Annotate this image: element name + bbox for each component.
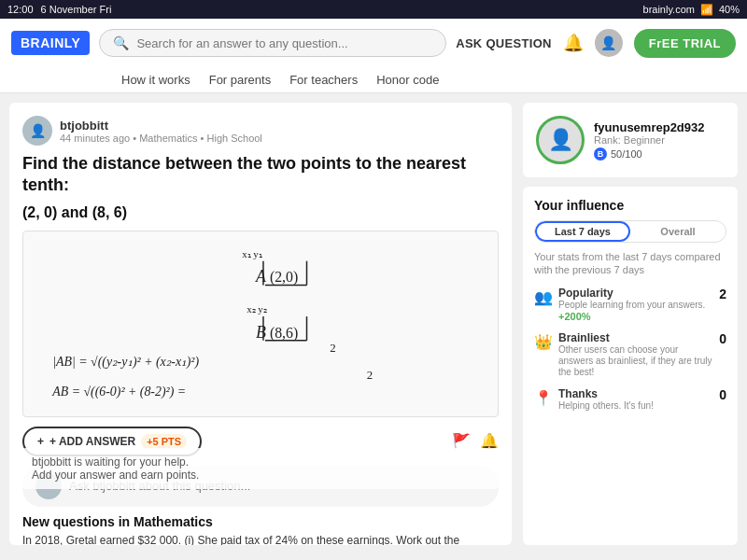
nav-for-parents[interactable]: For parents xyxy=(209,73,271,87)
svg-text:2: 2 xyxy=(330,341,335,354)
influence-tabs: Last 7 days Overall xyxy=(534,220,726,243)
stat-popularity: 👥 Popularity People learning from your a… xyxy=(534,287,726,322)
thanks-label: Thanks xyxy=(558,387,654,400)
svg-text:2: 2 xyxy=(367,369,373,382)
status-time: 12:00 xyxy=(7,4,34,15)
influence-title: Your influence xyxy=(534,198,726,213)
popularity-label: Popularity xyxy=(558,287,705,300)
popularity-icon: 👥 xyxy=(534,288,553,306)
stat-brainliest: 👑 Brainliest Other users can choose your… xyxy=(534,331,726,378)
overlay-waiting: btjobbitt is waiting for your help. xyxy=(32,455,489,469)
status-bar: 12:00 6 November Fri brainly.com 📶 40% xyxy=(0,0,747,19)
search-input[interactable] xyxy=(136,36,432,50)
profile-card: 👤 fyunusemrep2d932 Rank: Beginner B 50/1… xyxy=(523,103,738,177)
thanks-sub: Helping others. It's fun! xyxy=(558,400,654,412)
profile-username: fyunusemrep2d932 xyxy=(594,120,705,134)
pts-badge: +5 PTS xyxy=(141,434,187,449)
new-questions-text: In 2018, Gretal earned $32 000. (i) She … xyxy=(22,533,499,545)
question-panel: 👤 btjobbitt 44 minutes ago • Mathematics… xyxy=(9,103,512,545)
nav-for-teachers[interactable]: For teachers xyxy=(289,73,358,87)
question-username: btjobbitt xyxy=(60,119,262,133)
profile-info: fyunusemrep2d932 Rank: Beginner B 50/100 xyxy=(594,120,705,161)
brainliest-info: Brainliest Other users can choose your a… xyxy=(558,331,713,378)
question-title: Find the distance between the two points… xyxy=(22,153,499,197)
profile-rank: Rank: Beginner xyxy=(594,134,705,146)
influence-description: Your stats from the last 7 days compared… xyxy=(534,250,726,277)
status-date: 6 November Fri xyxy=(41,4,112,15)
overlay-earn: Add your answer and earn points. xyxy=(32,469,489,482)
user-info: btjobbitt 44 minutes ago • Mathematics •… xyxy=(60,119,262,144)
question-header: 👤 btjobbitt 44 minutes ago • Mathematics… xyxy=(22,116,499,146)
search-icon: 🔍 xyxy=(113,35,129,50)
xp-badge-icon: B xyxy=(594,147,607,161)
svg-text:x₂ y₂: x₂ y₂ xyxy=(247,303,267,315)
popularity-value: 2 xyxy=(719,287,726,301)
nav-links: How it works For parents For teachers Ho… xyxy=(0,67,747,92)
popularity-change: +200% xyxy=(558,311,705,322)
question-meta: 44 minutes ago • Mathematics • High Scho… xyxy=(60,133,262,144)
svg-text:B: B xyxy=(256,323,266,342)
stat-thanks: 📍 Thanks Helping others. It's fun! 0 xyxy=(534,387,726,412)
question-user-avatar: 👤 xyxy=(22,116,52,146)
waiting-overlay: btjobbitt is waiting for your help. Add … xyxy=(22,448,499,489)
brainliest-value: 0 xyxy=(719,331,726,346)
question-points: (2, 0) and (8, 6) xyxy=(22,204,499,221)
brainliest-label: Brainliest xyxy=(558,331,713,344)
new-questions-title: New questions in Mathematics xyxy=(22,514,499,529)
xp-value: 50/100 xyxy=(611,148,642,160)
svg-text:A: A xyxy=(255,267,266,286)
rank-label: Rank: xyxy=(594,134,621,146)
thanks-info: Thanks Helping others. It's fun! xyxy=(558,387,654,412)
add-icon: + xyxy=(37,435,44,448)
tab-overall[interactable]: Overall xyxy=(630,221,726,242)
popularity-sub: People learning from your answers. xyxy=(558,300,705,311)
profile-xp: B 50/100 xyxy=(594,147,705,161)
main-content: 👤 btjobbitt 44 minutes ago • Mathematics… xyxy=(0,93,747,554)
wifi-icon: 📶 xyxy=(700,4,713,16)
popularity-info: Popularity People learning from your ans… xyxy=(558,287,705,322)
svg-text:(2,0): (2,0) xyxy=(270,269,298,286)
rank-value: Beginner xyxy=(624,134,665,146)
ask-question-button[interactable]: ASK QUESTION xyxy=(456,36,552,50)
brainliest-sub: Other users can choose your answers as b… xyxy=(558,344,713,378)
header-actions: ASK QUESTION 🔔 👤 FrEE TRIAL xyxy=(456,29,736,58)
free-trial-button[interactable]: FrEE TRIAL xyxy=(634,29,736,58)
tab-last-7-days[interactable]: Last 7 days xyxy=(535,221,630,242)
question-image: x₁ y₁ A (2,0) x₂ y₂ B (8,6) |AB| = √((y₂… xyxy=(22,231,499,417)
svg-text:(8,6): (8,6) xyxy=(270,325,298,342)
battery-status: 40% xyxy=(719,4,740,15)
nav-how-it-works[interactable]: How it works xyxy=(121,73,190,87)
add-answer-label: + ADD ANSWER xyxy=(49,435,135,448)
thanks-value: 0 xyxy=(719,387,726,402)
nav-honor-code[interactable]: Honor code xyxy=(376,73,439,87)
crown-icon: 👑 xyxy=(534,333,553,351)
brainly-logo[interactable]: BRAINLY xyxy=(11,31,90,55)
status-url: brainly.com xyxy=(643,4,695,15)
thanks-icon: 📍 xyxy=(534,389,553,407)
user-avatar[interactable]: 👤 xyxy=(595,29,623,57)
profile-avatar-large: 👤 xyxy=(536,116,585,164)
svg-text:|AB| = √((y₂-y₁)² + (x₂-x₁)²): |AB| = √((y₂-y₁)² + (x₂-x₁)²) xyxy=(52,354,199,369)
right-panel: 👤 fyunusemrep2d932 Rank: Beginner B 50/1… xyxy=(523,103,738,545)
new-questions-section: New questions in Mathematics In 2018, Gr… xyxy=(22,514,499,545)
search-bar[interactable]: 🔍 xyxy=(99,29,446,57)
header: BRAINLY 🔍 ASK QUESTION 🔔 👤 FrEE TRIAL Ho… xyxy=(0,19,747,93)
svg-text:AB = √((6-0)² + (8-2)²) =: AB = √((6-0)² + (8-2)²) = xyxy=(51,385,186,399)
svg-text:x₁ y₁: x₁ y₁ xyxy=(242,248,262,259)
influence-card: Your influence Last 7 days Overall Your … xyxy=(523,187,738,545)
notification-bell-icon[interactable]: 🔔 xyxy=(563,33,584,53)
